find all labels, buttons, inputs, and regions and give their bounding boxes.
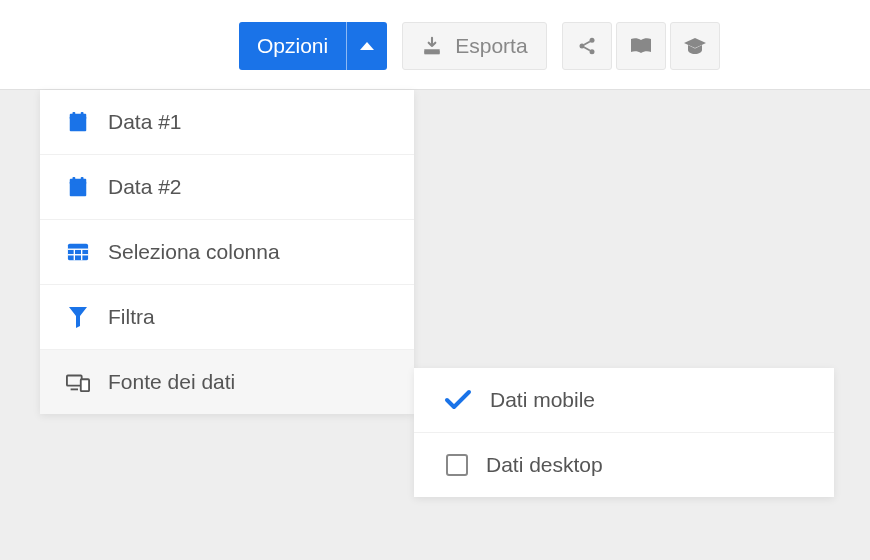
- dropdown-item-label: Data #1: [108, 110, 182, 134]
- export-button-label: Esporta: [455, 34, 527, 58]
- svg-rect-19: [67, 376, 82, 386]
- dropdown-item-date1[interactable]: Data #1: [40, 90, 414, 155]
- devices-icon: [66, 370, 90, 394]
- calendar-icon: [66, 175, 90, 199]
- svg-rect-21: [81, 379, 89, 391]
- svg-rect-11: [70, 179, 87, 185]
- export-button[interactable]: Esporta: [402, 22, 546, 70]
- datasource-submenu: Dati mobile Dati desktop: [414, 368, 834, 497]
- submenu-item-mobile[interactable]: Dati mobile: [414, 368, 834, 433]
- submenu-item-desktop[interactable]: Dati desktop: [414, 433, 834, 497]
- options-dropdown-menu: Data #1 Data #2 Seleziona colonna Filtra…: [40, 90, 414, 414]
- submenu-item-label: Dati desktop: [486, 453, 603, 477]
- dropdown-item-label: Data #2: [108, 175, 182, 199]
- svg-rect-7: [70, 114, 87, 120]
- share-icon: [577, 36, 597, 56]
- svg-rect-0: [425, 51, 440, 54]
- dropdown-item-label: Filtra: [108, 305, 155, 329]
- svg-point-1: [589, 38, 594, 43]
- options-button-group: Opzioni: [239, 22, 387, 70]
- download-icon: [421, 36, 443, 56]
- dropdown-item-columns[interactable]: Seleziona colonna: [40, 220, 414, 285]
- svg-line-4: [584, 41, 590, 44]
- svg-rect-12: [73, 177, 76, 182]
- icon-button-group: [562, 22, 720, 70]
- caret-up-icon: [360, 42, 374, 50]
- dropdown-item-datasource[interactable]: Fonte dei dati: [40, 350, 414, 414]
- table-icon: [66, 240, 90, 264]
- svg-rect-14: [68, 244, 88, 261]
- calendar-icon: [66, 110, 90, 134]
- dropdown-item-label: Seleziona colonna: [108, 240, 280, 264]
- guide-button[interactable]: [616, 22, 666, 70]
- funnel-icon: [66, 305, 90, 329]
- svg-rect-13: [81, 177, 84, 182]
- tutorial-button[interactable]: [670, 22, 720, 70]
- submenu-item-label: Dati mobile: [490, 388, 595, 412]
- svg-rect-9: [81, 112, 84, 117]
- book-icon: [629, 36, 653, 56]
- svg-line-5: [584, 47, 590, 50]
- options-caret-button[interactable]: [346, 22, 387, 70]
- checkbox-empty-icon: [446, 454, 468, 476]
- dropdown-item-label: Fonte dei dati: [108, 370, 235, 394]
- graduation-cap-icon: [683, 36, 707, 56]
- share-button[interactable]: [562, 22, 612, 70]
- dropdown-item-date2[interactable]: Data #2: [40, 155, 414, 220]
- check-icon: [444, 388, 472, 412]
- svg-rect-8: [73, 112, 76, 117]
- toolbar: Opzioni Esporta: [239, 22, 720, 70]
- svg-point-2: [579, 44, 584, 49]
- options-button[interactable]: Opzioni: [239, 22, 346, 70]
- dropdown-item-filter[interactable]: Filtra: [40, 285, 414, 350]
- svg-point-3: [589, 49, 594, 54]
